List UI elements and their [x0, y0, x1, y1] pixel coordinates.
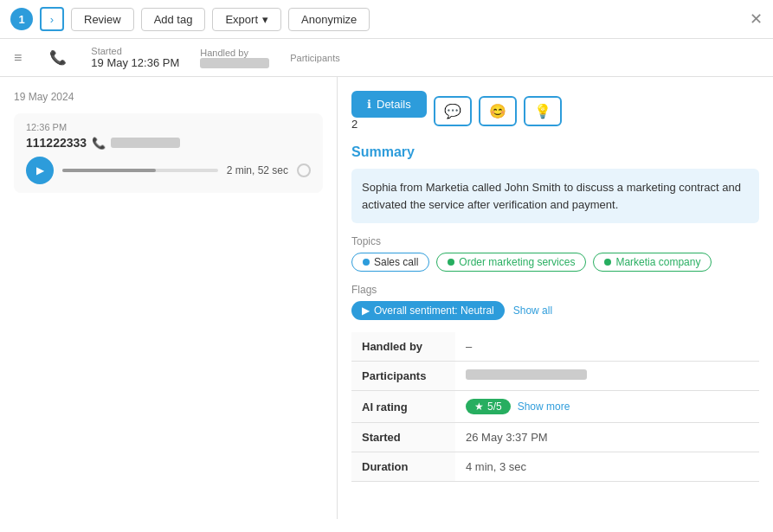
- audio-progress-fill: [62, 169, 156, 172]
- ai-rating-val: ★ 5/5 Show more: [455, 391, 759, 423]
- table-row-duration: Duration 4 min, 3 sec: [351, 452, 759, 482]
- topics-label: Topics: [351, 235, 759, 247]
- call-phone-icon: 📞: [92, 137, 106, 150]
- tab-row: ℹ Details 2 💬 😊 💡: [351, 91, 759, 131]
- audio-player-row: ▶ 2 min, 52 sec: [26, 157, 311, 184]
- topic-dot-marketia: [604, 259, 611, 266]
- toolbar: 1 › Review Add tag Export ▾ Anonymize ✕: [0, 0, 773, 39]
- call-number-text: 111222333: [26, 136, 87, 150]
- chat-icon: 💬: [444, 104, 461, 119]
- right-panel: ℹ Details 2 💬 😊 💡 Summary Sophia from Ma…: [338, 77, 773, 519]
- participants-blurred: [466, 369, 587, 380]
- duration-val: 4 min, 3 sec: [455, 452, 759, 482]
- duration-key: Duration: [351, 452, 455, 482]
- started-key: Started: [351, 423, 455, 452]
- participants-val: [455, 362, 759, 391]
- summary-text: Sophia from Marketia called John Smith t…: [351, 169, 759, 223]
- summary-title: Summary: [351, 144, 759, 160]
- handled-by-value: [200, 58, 269, 68]
- sentiment-pill: ▶ Overall sentiment: Neutral: [351, 301, 505, 320]
- topic-dot-order-marketing: [448, 259, 454, 266]
- topic-dot-sales-call: [363, 259, 370, 266]
- bulb-tab[interactable]: 💡: [524, 96, 562, 126]
- review-button[interactable]: Review: [71, 8, 134, 31]
- call-number-row: 111222333 📞: [26, 136, 311, 150]
- topic-order-marketing: Order marketing services: [436, 253, 586, 272]
- table-row-ai-rating: AI rating ★ 5/5 Show more: [351, 391, 759, 423]
- add-tag-button[interactable]: Add tag: [141, 8, 206, 31]
- started-meta: Started 19 May 12:36 PM: [91, 46, 179, 69]
- meta-row: ≡ 📞 Started 19 May 12:36 PM Handled by P…: [0, 39, 773, 77]
- call-time: 12:36 PM: [26, 122, 311, 132]
- handled-by-label: Handled by: [200, 48, 269, 58]
- topic-marketia-company: Marketia company: [593, 253, 712, 272]
- rating-value: 5/5: [487, 401, 502, 413]
- participants-meta: Participants: [290, 53, 339, 63]
- step2-badge: 2: [351, 118, 427, 131]
- started-val: 26 May 3:37 PM: [455, 423, 759, 452]
- audio-duration: 2 min, 52 sec: [227, 164, 288, 176]
- details-table: Handled by – Participants AI rating ★ 5/…: [351, 332, 759, 482]
- table-row-handled-by: Handled by –: [351, 332, 759, 362]
- details-tab[interactable]: ℹ Details: [351, 91, 427, 118]
- anonymize-button[interactable]: Anonymize: [288, 8, 370, 31]
- nav-arrow-button[interactable]: ›: [40, 7, 64, 31]
- flags-row: ▶ Overall sentiment: Neutral Show all: [351, 301, 759, 320]
- date-header: 19 May 2024: [14, 91, 323, 103]
- details-label: Details: [377, 98, 411, 111]
- star-icon: ★: [474, 401, 484, 413]
- handled-by-key: Handled by: [351, 332, 455, 362]
- audio-progress-bar[interactable]: [62, 169, 218, 172]
- table-row-started: Started 26 May 3:37 PM: [351, 423, 759, 452]
- caller-name-blurred: [111, 138, 180, 148]
- export-button[interactable]: Export ▾: [212, 8, 281, 31]
- call-card: 12:36 PM 111222333 📞 ▶ 2 min, 52 sec: [14, 113, 323, 193]
- export-label: Export: [225, 13, 258, 26]
- step1-badge: 1: [10, 8, 33, 30]
- close-button[interactable]: ✕: [750, 10, 763, 29]
- participants-key: Participants: [351, 362, 455, 391]
- ai-rating-key: AI rating: [351, 391, 455, 423]
- topic-label-order-marketing: Order marketing services: [459, 256, 575, 268]
- participants-label: Participants: [290, 53, 339, 63]
- topic-label-marketia: Marketia company: [615, 256, 700, 268]
- topic-sales-call: Sales call: [351, 253, 429, 272]
- bulb-icon: 💡: [534, 104, 551, 119]
- table-row-participants: Participants: [351, 362, 759, 391]
- handled-by-meta: Handled by: [200, 48, 269, 68]
- left-panel: 19 May 2024 12:36 PM 111222333 📞 ▶ 2 min…: [0, 77, 338, 519]
- topics-row: Sales call Order marketing services Mark…: [351, 253, 759, 272]
- phone-icon: 📞: [49, 49, 67, 66]
- emoji-icon: 😊: [489, 104, 506, 119]
- sentiment-text: Overall sentiment: Neutral: [374, 304, 494, 317]
- chat-tab[interactable]: 💬: [434, 96, 472, 126]
- emoji-tab[interactable]: 😊: [479, 96, 517, 126]
- export-chevron-icon: ▾: [262, 13, 268, 26]
- flags-label: Flags: [351, 284, 759, 296]
- handled-by-val: –: [455, 332, 759, 362]
- rating-badge: ★ 5/5: [466, 399, 511, 414]
- details-icon: ℹ: [367, 98, 371, 111]
- radio-dot: [297, 163, 311, 177]
- sentiment-play-icon: ▶: [362, 304, 370, 317]
- started-label: Started: [91, 46, 179, 56]
- started-value: 19 May 12:36 PM: [91, 56, 179, 69]
- show-all-link[interactable]: Show all: [513, 304, 552, 317]
- topic-label-sales-call: Sales call: [374, 256, 418, 268]
- show-more-link[interactable]: Show more: [518, 401, 570, 413]
- ai-rating-row: ★ 5/5 Show more: [466, 399, 749, 414]
- main-content: 19 May 2024 12:36 PM 111222333 📞 ▶ 2 min…: [0, 77, 773, 519]
- lines-icon: ≡: [14, 50, 22, 66]
- play-button[interactable]: ▶: [26, 157, 54, 184]
- details-tab-wrap: ℹ Details 2: [351, 91, 427, 131]
